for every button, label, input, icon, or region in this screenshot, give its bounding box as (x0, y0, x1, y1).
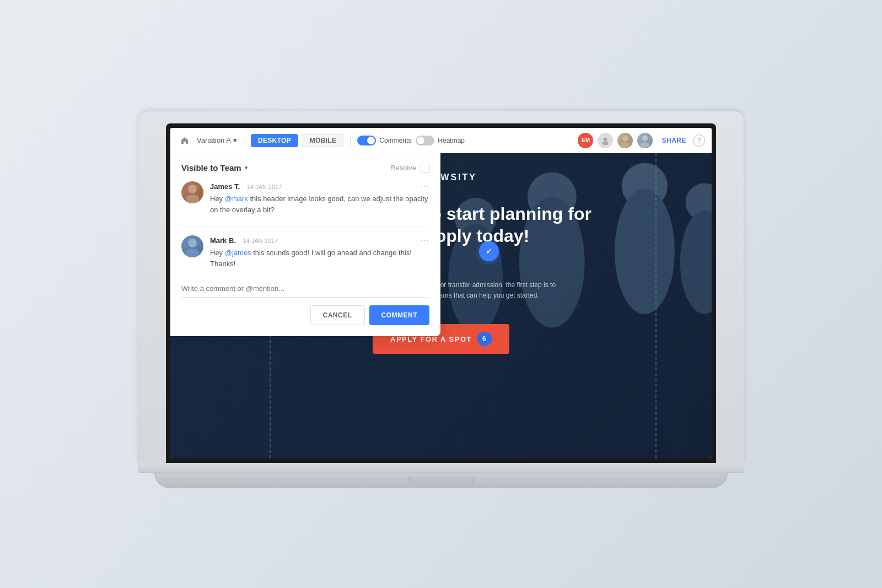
svg-point-3 (621, 142, 630, 148)
comment-text-james: Hey @mark this header image looks good, … (210, 193, 429, 215)
comment-body-mark: Mark B. 14 JAN 2017 ··· Hey @james this … (210, 235, 429, 269)
svg-point-0 (604, 137, 607, 141)
variation-chevron: ▾ (233, 136, 237, 144)
trackpad (408, 477, 474, 484)
resolve-label: Resolve (390, 164, 416, 172)
comment-panel: Visible to Team ▾ Resolve (170, 153, 440, 336)
heatmap-toggle[interactable] (416, 136, 434, 145)
laptop-container: Variation A ▾ DESKTOP MOBILE Comments (138, 111, 744, 488)
svg-point-17 (188, 185, 197, 193)
comment-meta-mark: Mark B. 14 JAN 2017 ··· (210, 235, 429, 245)
resolve-checkbox[interactable] (421, 164, 429, 172)
avatar-2[interactable] (617, 133, 633, 148)
laptop-screen: Variation A ▾ DESKTOP MOBILE Comments (170, 128, 712, 458)
people-silhouette (414, 153, 712, 458)
comment-input-area: CANCEL COMMENT (181, 280, 429, 325)
svg-point-5 (641, 142, 649, 148)
laptop-base (154, 473, 728, 488)
comment-more-mark[interactable]: ··· (421, 235, 429, 245)
comment-divider (181, 226, 429, 226)
heatmap-toggle-group: Heatmap (416, 136, 465, 145)
comment-meta-james: James T. 14 JAN 2017 ··· (210, 181, 429, 191)
comments-knob (367, 137, 375, 144)
variation-label: Variation A (197, 136, 231, 144)
laptop-top: Variation A ▾ DESKTOP MOBILE Comments (138, 111, 744, 463)
avatar-1[interactable] (598, 133, 613, 148)
comment-button[interactable]: COMMENT (369, 305, 430, 325)
comment-input[interactable] (181, 280, 429, 298)
svg-point-13 (680, 211, 712, 314)
mention-james[interactable]: @james (225, 249, 251, 257)
panel-header: Visible to Team ▾ Resolve (181, 163, 429, 172)
comment-date-james: 14 JAN 2017 (247, 184, 282, 190)
mobile-button[interactable]: MOBILE (303, 134, 343, 147)
mention-mark[interactable]: @mark (225, 195, 248, 203)
svg-point-1 (603, 141, 609, 145)
svg-point-11 (615, 188, 675, 314)
cancel-button[interactable]: CANCEL (310, 305, 365, 325)
avatar-3[interactable] (637, 133, 653, 148)
share-button[interactable]: SHARE (662, 137, 686, 144)
laptop-bottom (138, 463, 744, 473)
comments-toggle[interactable] (357, 136, 376, 145)
comment-actions: CANCEL COMMENT (181, 305, 429, 325)
screen-bezel: Variation A ▾ DESKTOP MOBILE Comments (166, 123, 716, 463)
comment-author-mark: Mark B. (210, 236, 236, 245)
heatmap-knob (417, 137, 424, 144)
apply-badge: 6 (477, 332, 492, 346)
resolve-group: Resolve (390, 164, 429, 172)
visible-team-label: Visible to Team (181, 163, 241, 172)
comment-author-james: James T. (210, 182, 240, 191)
comment-item-james: James T. 14 JAN 2017 ··· Hey @mark this … (181, 181, 429, 215)
visible-team-chevron: ▾ (245, 165, 248, 171)
comments-label: Comments (379, 137, 411, 144)
visible-team-selector[interactable]: Visible to Team ▾ (181, 163, 248, 172)
toolbar-sep-2 (350, 135, 351, 146)
desktop-button[interactable]: DESKTOP (251, 134, 298, 147)
svg-point-19 (188, 239, 197, 247)
avatar-james (181, 181, 203, 203)
help-icon[interactable]: ? (693, 134, 705, 147)
comments-toggle-group: Comments (357, 136, 411, 145)
toolbar-sep-1 (244, 135, 244, 146)
comment-text-mark: Hey @james this sounds good! I will go a… (210, 247, 429, 269)
user-initials-badge: EM (578, 133, 593, 148)
pin-marker-check[interactable]: ✓ (479, 241, 499, 261)
comment-item-mark: Mark B. 14 JAN 2017 ··· Hey @james this … (181, 235, 429, 269)
svg-point-4 (642, 136, 648, 141)
comment-body-james: James T. 14 JAN 2017 ··· Hey @mark this … (210, 181, 429, 215)
variation-selector[interactable]: Variation A ▾ (197, 136, 237, 144)
svg-point-2 (622, 136, 628, 141)
heatmap-label: Heatmap (438, 137, 465, 144)
toolbar: Variation A ▾ DESKTOP MOBILE Comments (170, 128, 712, 153)
comment-more-james[interactable]: ··· (421, 181, 429, 191)
svg-point-18 (186, 195, 199, 203)
avatar-mark (181, 235, 203, 257)
comment-date-mark: 14 JAN 2017 (243, 238, 278, 244)
main-content: NEWSITY s never too late to start planni… (170, 153, 712, 458)
svg-point-20 (186, 249, 199, 257)
home-icon[interactable] (177, 133, 192, 148)
